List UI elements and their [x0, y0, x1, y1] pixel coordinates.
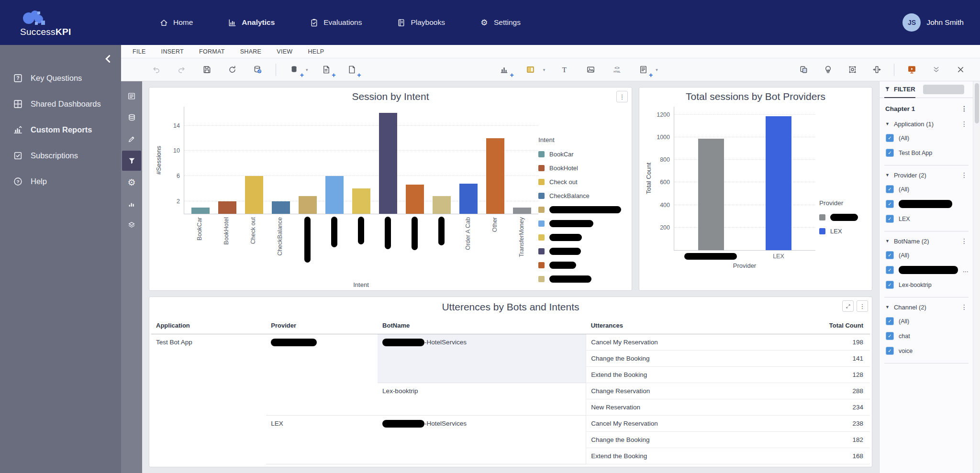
column-header-utterances[interactable]: Utterances — [586, 317, 805, 334]
filter-section-menu-button[interactable]: ⋮ — [959, 120, 969, 128]
duplicate-button[interactable] — [796, 63, 811, 77]
filter-section-menu-button[interactable]: ⋮ — [959, 303, 969, 311]
sidebar-item-custom-reports[interactable]: Custom Reports — [0, 117, 121, 143]
filter-option[interactable]: ✓Lex-booktrip — [880, 277, 973, 292]
add-form-dropdown-chevron-icon[interactable]: ▾ — [656, 67, 658, 72]
filter-option[interactable]: ✓(All) — [880, 314, 973, 329]
checkbox-checked-icon[interactable]: ✓ — [886, 332, 894, 340]
menu-view[interactable]: VIEW — [277, 48, 292, 55]
bar-redacted[interactable] — [352, 188, 370, 214]
checkbox-checked-icon[interactable]: ✓ — [886, 185, 894, 193]
brand-logo[interactable]: SuccessKPI — [0, 8, 130, 37]
style-panel-dropdown-chevron-icon[interactable]: ▾ — [543, 67, 546, 72]
add-data-source-button[interactable]: + — [287, 63, 301, 77]
bar-transfermoney[interactable] — [513, 208, 531, 214]
bar-checkbalance[interactable] — [272, 201, 290, 214]
bar-redacted[interactable] — [299, 196, 317, 214]
bar-bookhotel[interactable] — [218, 201, 236, 214]
bar-redacted[interactable] — [325, 176, 344, 214]
save-button[interactable] — [200, 63, 214, 77]
card-menu-button[interactable]: ⋮ — [857, 300, 868, 312]
arrange-button[interactable] — [845, 63, 859, 77]
column-header-provider[interactable]: Provider — [266, 317, 378, 334]
filter-option[interactable]: ✓(All) — [880, 131, 973, 145]
checkbox-checked-icon[interactable]: ✓ — [886, 347, 894, 355]
add-chart-button[interactable]: + — [497, 63, 512, 77]
checkbox-checked-icon[interactable]: ✓ — [886, 317, 894, 325]
collapse-triangle-icon[interactable]: ▼ — [885, 173, 890, 177]
filter-option[interactable]: ✓… — [880, 263, 973, 277]
bar-bookcar[interactable] — [191, 208, 210, 214]
bar-redacted[interactable] — [406, 185, 424, 214]
insights-button[interactable] — [821, 63, 835, 77]
filter-tab[interactable]: FILTER — [884, 81, 915, 98]
add-page-button[interactable]: + — [345, 63, 359, 77]
filter-option[interactable]: ✓(All) — [880, 248, 973, 263]
add-data-source-dropdown-chevron-icon[interactable]: ▾ — [306, 67, 308, 72]
scrollbar-thumb[interactable] — [975, 83, 979, 123]
bar-redacted[interactable] — [698, 139, 724, 250]
filter-option[interactable]: ✓LEX — [880, 211, 973, 226]
column-header-application[interactable]: Application — [151, 317, 266, 334]
panel-scrollbar[interactable] — [973, 81, 980, 473]
style-panel-button[interactable] — [523, 63, 538, 77]
sidebar-item-subscriptions[interactable]: Subscriptions — [0, 143, 121, 168]
bar-lex[interactable] — [766, 116, 791, 250]
checkbox-checked-icon[interactable]: ✓ — [886, 134, 894, 142]
column-header-total-count[interactable]: Total Count — [805, 317, 870, 334]
strip-filters-button[interactable] — [122, 151, 141, 171]
bar-redacted[interactable] — [433, 196, 451, 214]
menu-format[interactable]: FORMAT — [199, 48, 225, 55]
menu-file[interactable]: FILE — [133, 48, 146, 55]
user-menu[interactable]: JS John Smith — [902, 13, 964, 32]
sidebar-item-key-questions[interactable]: ?Key Questions — [0, 65, 121, 91]
strip-layers-button[interactable] — [122, 215, 141, 235]
refresh-button[interactable] — [225, 63, 239, 77]
collapse-triangle-icon[interactable]: ▼ — [885, 121, 890, 126]
nav-item-settings[interactable]: ⚙Settings — [479, 18, 521, 27]
checkbox-checked-icon[interactable]: ✓ — [886, 215, 894, 223]
bar-other[interactable] — [486, 138, 504, 214]
bar-redacted[interactable] — [379, 113, 397, 214]
add-image-button[interactable] — [583, 63, 598, 77]
menu-share[interactable]: SHARE — [240, 48, 262, 55]
checkbox-checked-icon[interactable]: ✓ — [886, 200, 894, 208]
strip-edit-button[interactable] — [122, 129, 141, 149]
bar-order-a-cab[interactable] — [459, 184, 478, 214]
nav-item-home[interactable]: Home — [159, 18, 193, 27]
column-header-botname[interactable]: BotName — [378, 317, 586, 334]
sidebar-item-shared-dashboards[interactable]: Shared Dashboards — [0, 91, 121, 117]
close-editor-button[interactable] — [953, 63, 968, 77]
panel-scrollbar-pill[interactable] — [923, 85, 964, 94]
checkbox-checked-icon[interactable]: ✓ — [886, 251, 894, 259]
checkbox-checked-icon[interactable]: ✓ — [886, 281, 894, 289]
collapse-triangle-icon[interactable]: ▼ — [885, 305, 890, 309]
sidebar-collapse-button[interactable] — [103, 54, 113, 64]
nav-item-analytics[interactable]: Analytics — [227, 18, 275, 27]
filter-option[interactable]: ✓Test Bot App — [880, 145, 973, 160]
add-form-button[interactable]: + — [636, 63, 650, 77]
expand-card-button[interactable] — [842, 300, 854, 312]
chapter-menu-button[interactable]: ⋮ — [959, 105, 969, 112]
filter-option[interactable]: ✓chat — [880, 329, 973, 343]
sidebar-item-help[interactable]: ?Help — [0, 168, 121, 194]
present-button[interactable] — [904, 63, 919, 77]
bar-check-out[interactable] — [245, 176, 263, 214]
checkbox-checked-icon[interactable]: ✓ — [886, 149, 894, 157]
collapse-triangle-icon[interactable]: ▼ — [885, 239, 890, 243]
collapse-toolbar-button[interactable] — [929, 63, 943, 77]
add-text-button[interactable]: T — [557, 63, 571, 77]
data-source-status-button[interactable] — [250, 63, 265, 77]
filter-section-menu-button[interactable]: ⋮ — [959, 171, 969, 179]
fit-width-button[interactable] — [869, 63, 884, 77]
filter-section-menu-button[interactable]: ⋮ — [959, 237, 969, 245]
menu-insert[interactable]: INSERT — [161, 48, 184, 55]
nav-item-playbooks[interactable]: Playbooks — [396, 18, 445, 27]
add-html-button[interactable]: <>HTML — [610, 63, 624, 77]
strip-settings-button[interactable]: ⚙ — [122, 172, 141, 192]
strip-charts-button[interactable] — [122, 194, 141, 214]
add-report-button[interactable]: + — [319, 63, 334, 77]
strip-report-pages-button[interactable] — [122, 86, 141, 106]
filter-option[interactable]: ✓(All) — [880, 182, 973, 197]
card-menu-button[interactable]: ⋮ — [616, 91, 628, 102]
